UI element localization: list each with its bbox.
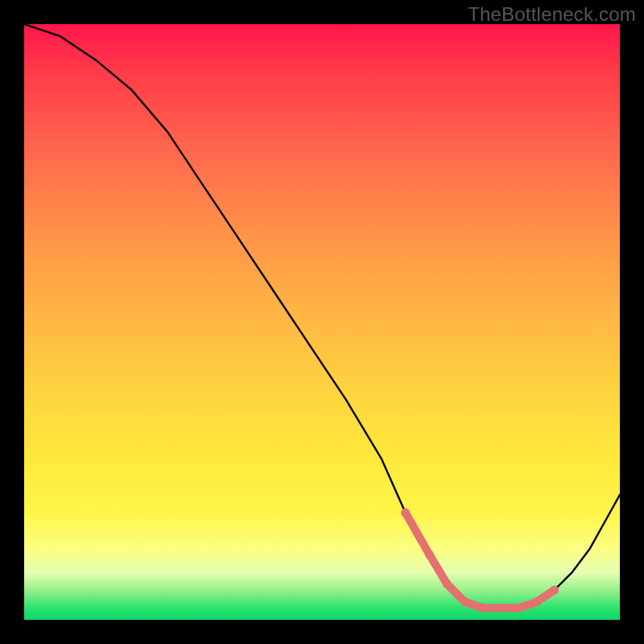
highlight-dot	[401, 508, 410, 517]
highlight-dot	[478, 604, 487, 613]
highlight-dot	[532, 597, 541, 606]
highlight-dot	[460, 597, 469, 606]
chart-frame: TheBottleneck.com	[0, 0, 644, 644]
highlight-dot	[443, 580, 452, 588]
plot-area	[24, 24, 620, 620]
highlight-line	[406, 513, 555, 608]
highlight-dots	[401, 508, 559, 612]
highlight-dot	[425, 550, 434, 559]
highlight-dot	[514, 604, 523, 613]
highlight-dot	[497, 604, 506, 613]
chart-svg	[24, 24, 620, 620]
watermark-label: TheBottleneck.com	[468, 3, 636, 26]
highlight-dot	[550, 586, 559, 595]
curve-line	[24, 24, 620, 608]
